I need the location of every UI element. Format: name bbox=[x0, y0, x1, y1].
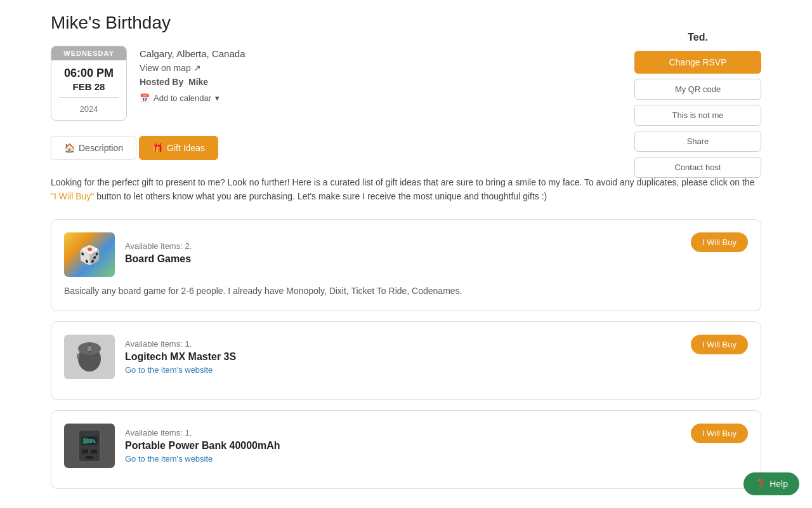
map-link-text: View on map bbox=[140, 63, 191, 73]
svg-text:100%: 100% bbox=[83, 439, 95, 444]
svg-rect-7 bbox=[86, 428, 93, 431]
gift-image-wrapper bbox=[64, 232, 115, 277]
help-label: Help bbox=[769, 479, 788, 489]
external-link-icon: ↗ bbox=[193, 63, 201, 73]
gift-item-link[interactable]: Go to the item's website bbox=[125, 454, 748, 464]
question-mark-icon: ❓ bbox=[755, 479, 766, 489]
this-is-not-me-button[interactable]: This is not me bbox=[634, 105, 761, 126]
rsvp-panel: Ted. Change RSVP My QR code This is not … bbox=[634, 32, 761, 178]
tab-description-label: Description bbox=[79, 143, 123, 153]
svg-rect-4 bbox=[77, 354, 79, 359]
gift-card: I Will Buy 100% Available items: 1. bbox=[51, 410, 761, 489]
page-title: Mike's Birthday bbox=[51, 13, 761, 33]
gift-available: Available items: 1. bbox=[125, 428, 748, 438]
gift-image-powerbank: 100% bbox=[64, 424, 115, 468]
add-to-calendar-label: Add to calendar bbox=[154, 93, 211, 103]
my-qr-code-button[interactable]: My QR code bbox=[634, 79, 761, 100]
date-card-day: WEDNESDAY bbox=[51, 46, 126, 60]
gift-name: Portable Power Bank 40000mAh bbox=[125, 440, 748, 451]
gift-name: Logitech MX Master 3S bbox=[125, 351, 748, 363]
gift-image-board-games bbox=[64, 232, 115, 277]
tab-gift-ideas-label: Gift Ideas bbox=[167, 143, 205, 153]
gift-image-mouse bbox=[64, 335, 115, 379]
date-card-date: FEB 28 bbox=[51, 81, 126, 95]
tab-gift-ideas[interactable]: 🎁 Gift Ideas bbox=[139, 136, 218, 160]
calendar-icon: 📅 bbox=[140, 93, 150, 103]
share-button[interactable]: Share bbox=[634, 131, 761, 152]
date-card-year: 2024 bbox=[51, 100, 126, 120]
gift-card-header: Available items: 1. Logitech MX Master 3… bbox=[64, 335, 748, 379]
gift-image-wrapper bbox=[64, 335, 115, 379]
gift-list: I Will Buy Available items: 2. Board Gam… bbox=[51, 219, 761, 489]
gift-icon: 🎁 bbox=[152, 143, 163, 153]
gift-card-header: Available items: 2. Board Games bbox=[64, 232, 748, 277]
gift-image-wrapper: 100% bbox=[64, 424, 115, 468]
gift-item-link[interactable]: Go to the item's website bbox=[125, 365, 748, 375]
rsvp-user-name: Ted. bbox=[688, 32, 708, 43]
gift-intro-text: Looking for the perfect gift to present … bbox=[51, 175, 761, 204]
svg-rect-11 bbox=[82, 450, 88, 453]
date-card: WEDNESDAY 06:00 PM FEB 28 2024 bbox=[51, 46, 127, 121]
gift-info: Available items: 1. Portable Power Bank … bbox=[125, 428, 748, 464]
home-icon: 🏠 bbox=[64, 143, 75, 153]
dropdown-arrow-icon: ▾ bbox=[215, 93, 219, 103]
gift-description: Basically any board game for 2-6 people.… bbox=[64, 284, 748, 298]
gift-available: Available items: 2. bbox=[125, 241, 748, 251]
tab-description[interactable]: 🏠 Description bbox=[51, 136, 136, 160]
gift-card: I Will Buy Available items: 2. Board Gam… bbox=[51, 219, 761, 311]
svg-rect-13 bbox=[86, 456, 93, 459]
i-will-buy-button[interactable]: I Will Buy bbox=[691, 424, 748, 443]
gift-card-header: 100% Available items: 1. Portable Power … bbox=[64, 424, 748, 468]
date-card-time: 06:00 PM bbox=[51, 60, 126, 81]
i-will-buy-button[interactable]: I Will Buy bbox=[691, 335, 748, 354]
gift-info: Available items: 1. Logitech MX Master 3… bbox=[125, 339, 748, 375]
gift-available: Available items: 1. bbox=[125, 339, 748, 349]
gift-name: Board Games bbox=[125, 253, 748, 265]
gift-card: I Will Buy Available items: 1. Logitech … bbox=[51, 321, 761, 400]
contact-host-button[interactable]: Contact host bbox=[634, 157, 761, 178]
i-will-buy-button[interactable]: I Will Buy bbox=[691, 232, 748, 252]
svg-rect-12 bbox=[91, 450, 97, 453]
gift-info: Available items: 2. Board Games bbox=[125, 241, 748, 267]
help-button[interactable]: ❓ Help bbox=[743, 472, 799, 495]
change-rsvp-button[interactable]: Change RSVP bbox=[634, 51, 761, 74]
svg-rect-3 bbox=[88, 346, 91, 351]
add-to-calendar-button[interactable]: 📅 Add to calendar ▾ bbox=[140, 93, 219, 103]
